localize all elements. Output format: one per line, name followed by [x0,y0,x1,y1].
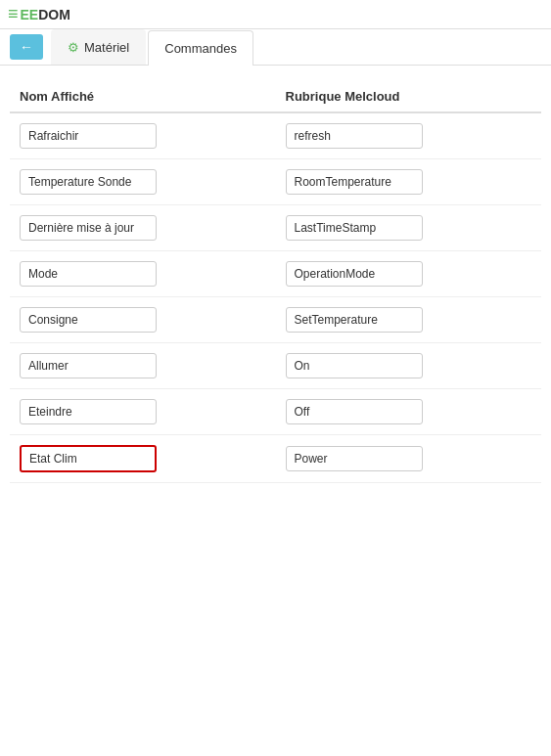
nom-cell [10,159,276,205]
rubrique-input[interactable] [286,399,423,424]
rubrique-cell [276,205,542,251]
logo-text-ee: EE [21,7,39,22]
rubrique-input[interactable] [286,169,423,195]
nom-input[interactable] [20,307,157,333]
nom-input[interactable] [20,399,157,424]
nom-cell [10,251,276,297]
table-row [10,112,541,159]
rubrique-cell [276,389,542,435]
nom-input[interactable] [20,123,157,149]
main-content: Nom Affiché Rubrique Melcloud [0,66,551,499]
rubrique-cell [276,251,542,297]
nom-cell [10,389,276,435]
nom-input[interactable] [20,215,157,241]
rubrique-input[interactable] [286,123,423,149]
tab-navigation: ← ⚙ Matériel Commandes [0,29,551,66]
logo-text-dom: DOM [38,7,70,22]
tab-commandes-label: Commandes [164,41,237,56]
nom-cell [10,297,276,343]
tab-materiel-label: Matériel [84,40,129,55]
table-row [10,389,541,435]
rubrique-cell [276,112,542,159]
table-row [10,159,541,205]
rubrique-cell [276,159,542,205]
col-rubrique-header: Rubrique Melcloud [276,81,542,112]
rubrique-cell [276,435,542,483]
rubrique-cell [276,343,542,389]
rubrique-input[interactable] [286,261,423,287]
tab-materiel[interactable]: ⚙ Matériel [51,29,146,65]
nom-input[interactable] [20,261,157,287]
logo-icon: ≡ [8,4,19,24]
back-arrow-icon: ← [20,39,33,55]
table-row [10,343,541,389]
nom-input[interactable] [20,445,157,472]
nom-cell [10,343,276,389]
col-nom-header: Nom Affiché [10,81,276,112]
tab-commandes[interactable]: Commandes [148,30,253,66]
materiel-icon: ⚙ [68,40,79,55]
logo: ≡ EE DOM [8,4,70,24]
table-row [10,297,541,343]
rubrique-input[interactable] [286,215,423,241]
nom-cell [10,205,276,251]
nom-cell [10,435,276,483]
table-row [10,435,541,483]
table-row [10,251,541,297]
back-button[interactable]: ← [10,34,43,60]
rubrique-input[interactable] [286,307,423,333]
table-row [10,205,541,251]
rubrique-cell [276,297,542,343]
nom-cell [10,112,276,159]
nom-input[interactable] [20,169,157,195]
nom-input[interactable] [20,353,157,378]
commands-table: Nom Affiché Rubrique Melcloud [10,81,541,483]
rubrique-input[interactable] [286,446,423,471]
top-bar: ≡ EE DOM [0,0,551,29]
rubrique-input[interactable] [286,353,423,378]
